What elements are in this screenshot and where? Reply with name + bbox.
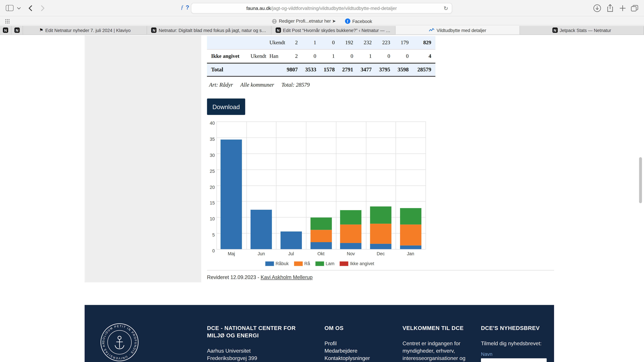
browser-tab[interactable]: NEdit Post “Hvornår skydes bukkene?” ‹ N…: [271, 26, 396, 34]
address-bar[interactable]: fauna.au.dk/jagt-og-vildtforvaltning/vil…: [191, 3, 452, 13]
reload-icon[interactable]: ↻: [444, 5, 448, 11]
legend-label: Rå: [304, 261, 310, 266]
netnatur-icon: N: [151, 27, 157, 33]
gridline: [426, 121, 426, 249]
browser-tab[interactable]: NNetnatur: Digitalt blad med fokus på ja…: [147, 26, 272, 34]
tab-overview-icon[interactable]: [631, 5, 638, 11]
table-cell: 2791: [339, 66, 357, 73]
table-cell: 1: [358, 53, 376, 59]
x-tick-label: Maj: [216, 251, 246, 256]
footer-address-line1: Aarhus Universitet: [207, 347, 310, 355]
newsletter-name-input[interactable]: [481, 358, 547, 362]
legend-label: Ikke angivet: [350, 261, 374, 266]
anchor-icon: [115, 336, 124, 349]
x-tick-label: Jan: [396, 251, 426, 256]
y-tick-label: 0: [212, 248, 215, 253]
table-cell: 2: [284, 39, 302, 46]
extension-f-icon[interactable]: ƒ: [181, 4, 184, 10]
table-cell: 4: [413, 53, 435, 59]
globe-icon: [272, 18, 277, 23]
safari-window: ƒ ? fauna.au.dk/jagt-og-vildtforvaltning…: [0, 0, 644, 362]
netnatur-icon: N: [14, 27, 20, 33]
gridline: [306, 121, 306, 249]
table-cell: 2: [284, 53, 302, 59]
pinned-tab[interactable]: N: [12, 26, 23, 34]
footer-dce-title: DCE - NATIONALT CENTER FOR MILJØ OG ENER…: [207, 325, 310, 339]
page-scrollbar[interactable]: [639, 157, 642, 203]
table-cell: 3477: [358, 66, 376, 73]
bar-segment: [221, 139, 242, 249]
table-cell: 28579: [413, 66, 435, 73]
favorite-facebook-item[interactable]: f Facebook: [345, 18, 372, 24]
url-host: fauna.au.dk: [246, 6, 271, 10]
table-cell: 232: [358, 39, 376, 46]
footer-link[interactable]: Kontaktoplysninger: [324, 355, 390, 362]
browser-tab[interactable]: NJetpack Stats — Netnatur: [520, 26, 644, 34]
table-cell: 1: [302, 39, 320, 46]
bar-segment: [400, 225, 421, 245]
share-icon[interactable]: [606, 4, 614, 12]
table-cell: Han: [265, 53, 284, 59]
footer-velkommen-title: VELKOMMEN TIL DCE: [402, 325, 480, 332]
table-caption: Art: RådyrAlle kommunerTotal: 28579: [209, 82, 317, 88]
table-row: Ikke angivetUkendtHan20101004: [207, 49, 435, 63]
tab-label: Edit Post “Hvornår skydes bukkene?” ‹ Ne…: [283, 28, 391, 32]
bar-segment: [400, 208, 421, 225]
favorite-profile-item[interactable]: Rediger Profi...etnatur her ➤: [272, 18, 336, 24]
sidebar-toggle-icon[interactable]: [6, 5, 14, 11]
browser-tab[interactable]: ⚑Edit Netnatur nyheder 7. juli 2024 | Kl…: [23, 26, 147, 34]
extension-help-icon[interactable]: ?: [186, 4, 189, 10]
bar-segment: [340, 210, 362, 225]
bar-segment: [310, 242, 332, 249]
new-tab-icon[interactable]: [619, 5, 626, 11]
chart-y-axis-labels: 0510152025303540: [207, 121, 215, 249]
bar-segment: [400, 245, 421, 249]
table-cell: 9807: [284, 66, 302, 73]
legend-item: Råbuk: [265, 261, 289, 266]
legend-label: Lam: [326, 261, 334, 266]
legend-swatch: [316, 261, 324, 266]
y-tick-label: 5: [212, 232, 215, 237]
caption-art: Art: Rådyr: [209, 82, 233, 88]
y-tick-label: 15: [210, 200, 215, 205]
tab-label: Edit Netnatur nyheder 7. juli 2024 | Kla…: [45, 28, 131, 32]
legend-swatch: [265, 261, 274, 266]
table-cell: 3598: [394, 66, 413, 73]
author-link[interactable]: Kavi Askholm Mellerup: [260, 275, 312, 280]
table-cell: 1: [320, 53, 339, 59]
table-cell: Total: [207, 66, 246, 73]
y-tick-label: 35: [210, 137, 215, 141]
chevron-down-icon[interactable]: [17, 7, 21, 9]
caption-total: Total: 28579: [282, 82, 310, 88]
netnatur-icon: N: [552, 27, 558, 33]
legend-item: Lam: [316, 261, 334, 266]
favorite-facebook-label: Facebook: [352, 18, 372, 23]
downloads-icon[interactable]: [593, 4, 601, 12]
footer-velkommen-column: VELKOMMEN TIL DCE Centret er indgangen f…: [402, 325, 480, 362]
footer-newsletter-text: Tilmeld dig nyhedsbrevet:: [481, 340, 553, 347]
footer-link[interactable]: Profil: [324, 340, 390, 347]
footer-link[interactable]: Medarbejdere: [324, 347, 390, 355]
bar-segment: [310, 230, 332, 242]
gridline: [216, 185, 426, 186]
table-cell: 0: [320, 39, 339, 46]
bar-segment: [250, 210, 272, 249]
legend-item: Rå: [294, 261, 310, 266]
download-button[interactable]: Download: [207, 98, 245, 115]
table-cell: 1578: [320, 66, 339, 73]
back-button[interactable]: [28, 5, 32, 11]
footer-dce-column: DCE - NATIONALT CENTER FOR MILJØ OG ENER…: [207, 325, 310, 362]
browser-tab[interactable]: Vildtudbytte med detaljer: [396, 26, 520, 34]
gridline: [216, 137, 426, 138]
content-divider: [207, 270, 554, 270]
forward-button[interactable]: [40, 5, 44, 11]
gridline: [246, 121, 247, 249]
footer-om-os-title: OM OS: [324, 325, 390, 332]
table-cell: Ukendt: [265, 39, 284, 46]
y-tick-label: 40: [210, 121, 215, 125]
netnatur-icon: N: [276, 27, 281, 33]
pinned-tab[interactable]: N: [0, 26, 12, 34]
gridline: [216, 201, 426, 202]
table-cell: 829: [413, 39, 435, 46]
bar-segment: [370, 206, 391, 224]
